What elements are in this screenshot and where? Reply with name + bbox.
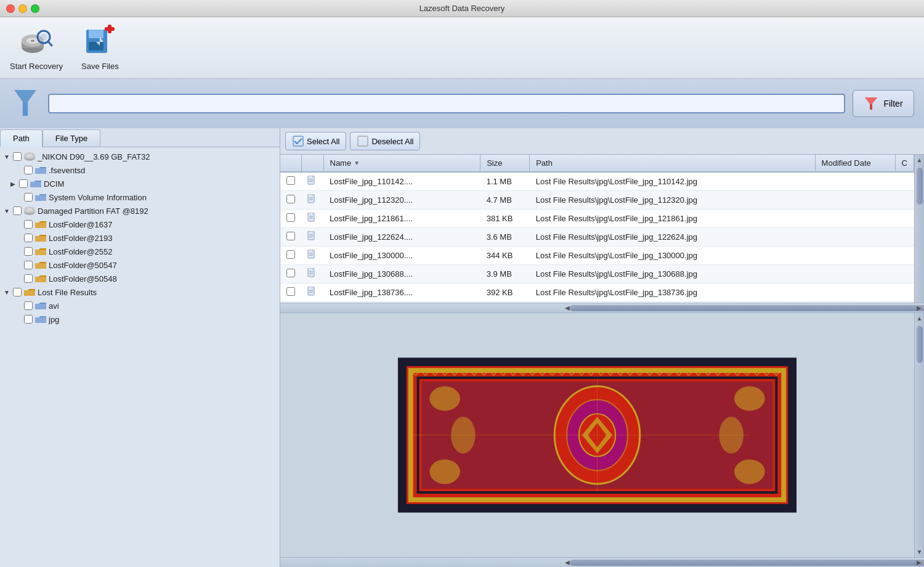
checkbox-lostresults[interactable]	[13, 288, 22, 296]
row-icon-cell	[301, 284, 323, 302]
maximize-button[interactable]	[31, 4, 39, 13]
hscroll-bar[interactable]: ◀ ▶	[280, 303, 924, 312]
tree-node-lost50547[interactable]: LostFolder@50547	[0, 258, 280, 272]
col-modified[interactable]: Modified Date	[815, 155, 895, 172]
checkbox-avi[interactable]	[24, 301, 33, 310]
tree-node-dcim[interactable]: ▶ DCIM	[0, 177, 280, 190]
start-recovery-button[interactable]: Start Recovery	[10, 25, 63, 71]
bottom-scroll-thumb[interactable]	[570, 560, 924, 566]
checkbox-damaged[interactable]	[13, 206, 22, 215]
table-row[interactable]: LostFile_jpg_122624.... 3.6 MB Lost File…	[280, 228, 914, 247]
row-checkbox-cell[interactable]	[280, 247, 301, 265]
col-c[interactable]: C	[895, 155, 914, 172]
bottom-scroll-right-arrow[interactable]: ▶	[917, 559, 922, 566]
deselect-all-button[interactable]: Deselect All	[350, 132, 420, 150]
tab-file-type[interactable]: File Type	[43, 129, 101, 147]
filter-button[interactable]: Filter	[853, 90, 914, 117]
file-icon	[307, 287, 317, 296]
tree-node-damaged[interactable]: ▼ Damaged Partition FAT @8192	[0, 204, 280, 218]
checkbox-sysvolinfo[interactable]	[24, 193, 33, 202]
bottom-scroll-left-arrow[interactable]: ◀	[565, 559, 570, 566]
tree-label-lost2193: LostFolder@2193	[49, 234, 113, 243]
expand-lost1637-icon	[14, 220, 22, 229]
row-checkbox-cell[interactable]	[280, 228, 301, 247]
file-icon	[307, 194, 317, 204]
tree-node-jpg[interactable]: jpg	[0, 312, 280, 326]
expand-lostresults-icon[interactable]: ▼	[2, 288, 11, 296]
save-files-icon	[83, 25, 117, 59]
col-size[interactable]: Size	[480, 155, 530, 172]
row-checkbox[interactable]	[286, 195, 295, 203]
checkbox-nikon[interactable]	[13, 152, 22, 161]
table-row[interactable]: LostFile_jpg_130688.... 3.9 MB Lost File…	[280, 265, 914, 284]
search-input[interactable]	[48, 94, 845, 113]
hscroll-right-arrow[interactable]: ▶	[917, 304, 922, 311]
preview-vscroll-thumb[interactable]	[917, 326, 923, 363]
col-name[interactable]: Name ▼	[323, 155, 480, 172]
row-checkbox[interactable]	[286, 213, 295, 222]
tree-node-avi[interactable]: avi	[0, 299, 280, 312]
tree-node-sysvolinfo[interactable]: System Volume Information	[0, 190, 280, 204]
tree-node-lost1637[interactable]: LostFolder@1637	[0, 218, 280, 231]
checkbox-lost1637[interactable]	[24, 220, 33, 229]
file-actions: Select All Deselect All	[280, 128, 924, 155]
row-checkbox-cell[interactable]	[280, 265, 301, 284]
row-checkbox[interactable]	[286, 232, 295, 240]
window-controls[interactable]	[6, 4, 39, 13]
checkbox-fseventsd[interactable]	[24, 166, 33, 174]
checkbox-lost2193[interactable]	[24, 234, 33, 242]
row-checkbox[interactable]	[286, 269, 295, 277]
minimize-button[interactable]	[18, 4, 27, 13]
row-checkbox-cell[interactable]	[280, 191, 301, 210]
toolbar: Start Recovery Save Files	[0, 17, 924, 79]
tree-node-nikon[interactable]: ▼ _NIKON D90__3.69 GB_FAT32	[0, 150, 280, 163]
tab-path[interactable]: Path	[0, 129, 43, 147]
tree-node-lostresults[interactable]: ▼ Lost File Results	[0, 285, 280, 299]
col-path[interactable]: Path	[530, 155, 815, 172]
row-checkbox-cell[interactable]	[280, 284, 301, 302]
table-row[interactable]: LostFile_jpg_138736.... 392 KB Lost File…	[280, 284, 914, 302]
row-checkbox[interactable]	[286, 287, 295, 296]
expand-dcim-icon[interactable]: ▶	[9, 179, 17, 188]
checkbox-lost50547[interactable]	[24, 261, 33, 269]
folder-lost50548-icon	[34, 274, 47, 284]
expand-nikon-icon[interactable]: ▼	[2, 152, 11, 161]
preview-vscroll[interactable]: ▲ ▼	[914, 313, 924, 557]
hscroll-thumb[interactable]	[570, 305, 924, 311]
row-checkbox-cell[interactable]	[280, 210, 301, 228]
row-checkbox[interactable]	[286, 250, 295, 259]
row-checkbox[interactable]	[286, 176, 295, 185]
svg-rect-10	[89, 42, 103, 51]
hscroll-left-arrow[interactable]: ◀	[565, 304, 570, 311]
table-row[interactable]: LostFile_jpg_112320.... 4.7 MB Lost File…	[280, 191, 914, 210]
checkbox-lost50548[interactable]	[24, 274, 33, 283]
preview-vscroll-up[interactable]: ▲	[915, 313, 924, 324]
start-recovery-icon	[19, 25, 54, 59]
preview-vscroll-down[interactable]: ▼	[915, 547, 924, 557]
table-row[interactable]: LostFile_jpg_130000.... 344 KB Lost File…	[280, 247, 914, 265]
file-list-vscroll[interactable]: ▲	[914, 155, 924, 303]
table-row[interactable]: LostFile_jpg_121861.... 381 KB Lost File…	[280, 210, 914, 228]
right-panel: Select All Deselect All	[280, 128, 924, 567]
expand-damaged-icon[interactable]: ▼	[2, 206, 11, 215]
tree-label-lostresults: Lost File Results	[38, 288, 97, 297]
row-checkbox-cell[interactable]	[280, 172, 301, 191]
checkbox-dcim[interactable]	[19, 179, 28, 188]
tree-node-lost2193[interactable]: LostFolder@2193	[0, 231, 280, 245]
tree-node-lost2552[interactable]: LostFolder@2552	[0, 245, 280, 258]
close-button[interactable]	[6, 4, 15, 13]
bottom-scroll[interactable]: ◀ ▶	[280, 557, 924, 567]
file-table-wrapper[interactable]: Name ▼ Size Path Modified Date C	[280, 155, 914, 303]
vscroll-thumb[interactable]	[917, 168, 923, 205]
expand-jpg-icon	[14, 315, 22, 324]
vscroll-up-arrow[interactable]: ▲	[915, 155, 924, 165]
tree-node-lost50548[interactable]: LostFolder@50548	[0, 272, 280, 285]
save-files-button[interactable]: Save Files	[81, 25, 119, 71]
checkbox-jpg[interactable]	[24, 315, 33, 324]
row-name: LostFile_jpg_121861....	[323, 210, 480, 228]
tree-node-fseventsd[interactable]: .fseventsd	[0, 163, 280, 177]
table-row[interactable]: LostFile_jpg_110142.... 1.1 MB Lost File…	[280, 172, 914, 191]
checkbox-lost2552[interactable]	[24, 247, 33, 256]
tree-area[interactable]: ▼ _NIKON D90__3.69 GB_FAT32 .fsev	[0, 147, 280, 567]
select-all-button[interactable]: Select All	[285, 132, 346, 150]
